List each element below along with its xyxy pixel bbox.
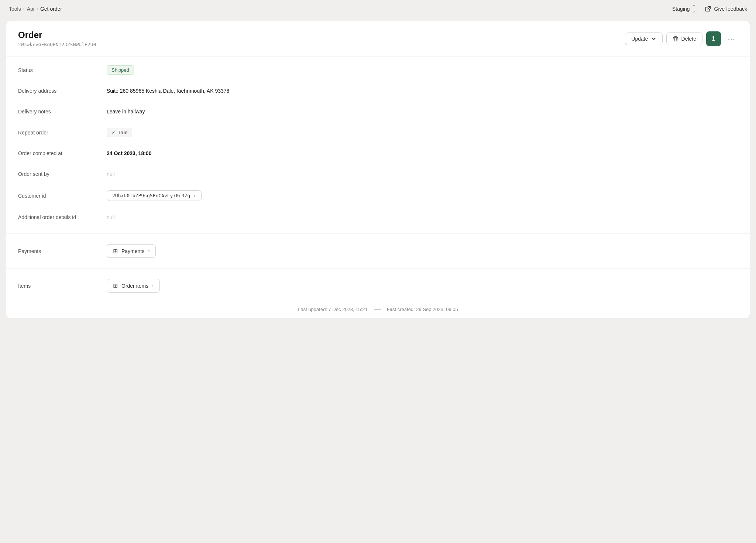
additional-order-details-row: Additional order details id null [6,207,750,228]
items-row: Items ⊞ Order items › [6,272,750,300]
customer-id-row: Customer id 2UhxU0mbZP9sg5PnCAvLy70r3Zg … [6,184,750,207]
delivery-address-label: Delivery address [18,88,107,94]
order-title-section: Order 2W3wkcvGFKoQPN123ZkNWUlE2U0 [18,30,96,47]
divider-1 [6,233,750,234]
additional-order-details-label: Additional order details id [18,214,107,220]
customer-id-value: 2UhxU0mbZP9sg5PnCAvLy70r3Zg › [107,190,738,201]
payments-link[interactable]: ⊞ Payments › [107,244,156,258]
order-sent-by-row: Order sent by null [6,164,750,184]
last-updated: Last updated: 7 Dec 2023, 15:21 [298,307,368,312]
customer-id-text: 2UhxU0mbZP9sg5PnCAvLy70r3Zg [112,193,190,198]
payments-link-label: Payments [121,248,144,254]
payments-label: Payments [18,248,107,254]
delivery-address-row: Delivery address Suite 260 85965 Keshia … [6,81,750,101]
chevron-right-items-icon: › [152,283,154,288]
order-actions: Update Delete 1 ⋯ [625,31,738,46]
topbar-right: Staging ⌃⌄ Give feedback [672,4,747,14]
repeat-order-label: Repeat order [18,130,107,136]
true-badge: ✓ True [107,128,132,137]
breadcrumb-get-order: Get order [40,6,62,12]
table-icon-items: ⊞ [113,282,118,289]
arrow-right-icon: ⟶ [374,306,381,312]
delivery-notes-row: Delivery notes Leave in hallway [6,101,750,122]
order-items-link-label: Order items [121,283,148,289]
status-label: Status [18,67,107,73]
chevron-up-down-icon: ⌃⌄ [692,4,695,14]
items-link-wrapper: ⊞ Order items › [107,279,738,293]
order-items-link[interactable]: ⊞ Order items › [107,279,160,293]
check-icon: ✓ [111,130,116,135]
delivery-address-value: Suite 260 85965 Keshia Dale, Kiehnmouth,… [107,88,738,94]
main-card: Order 2W3wkcvGFKoQPN123ZkNWUlE2U0 Update… [6,21,750,318]
status-value: Shipped [107,65,738,75]
status-row: Status Shipped [6,59,750,81]
order-completed-label: Order completed at [18,150,107,156]
card-footer: Last updated: 7 Dec 2023, 15:21 ⟶ First … [6,300,750,318]
table-icon-payments: ⊞ [113,247,118,255]
topbar-divider [700,4,700,13]
delete-button[interactable]: Delete [666,33,702,45]
breadcrumb: Tools › Api › Get order [9,6,62,12]
payments-link-wrapper: ⊞ Payments › [107,244,738,258]
chevron-right-icon: › [193,193,196,198]
fields-section: Status Shipped Delivery address Suite 26… [6,57,750,230]
repeat-order-row: Repeat order ✓ True [6,122,750,143]
chevron-right-payments-icon: › [148,249,150,254]
breadcrumb-tools[interactable]: Tools [9,6,21,12]
repeat-order-value: ✓ True [107,128,738,137]
order-completed-value: 24 Oct 2023, 18:00 [107,150,738,156]
order-title: Order [18,30,96,40]
breadcrumb-sep-1: › [23,6,25,11]
items-label: Items [18,283,107,289]
status-badge: Shipped [107,65,134,75]
staging-label: Staging [672,6,690,12]
delivery-notes-label: Delivery notes [18,109,107,115]
breadcrumb-api[interactable]: Api [27,6,34,12]
order-sent-by-value: null [107,171,738,177]
more-options-button[interactable]: ⋯ [725,32,738,45]
delivery-notes-value: Leave in hallway [107,109,738,115]
true-label: True [118,130,127,135]
first-created: First created: 29 Sep 2023, 09:05 [387,307,458,312]
feedback-label: Give feedback [714,6,748,12]
update-label: Update [631,36,648,42]
order-sent-by-label: Order sent by [18,171,107,177]
topbar: Tools › Api › Get order Staging ⌃⌄ Give … [0,0,756,18]
number-button[interactable]: 1 [706,31,721,46]
staging-button[interactable]: Staging ⌃⌄ [672,4,695,14]
trash-icon [673,36,678,42]
breadcrumb-sep-2: › [37,6,38,11]
customer-id-label: Customer id [18,193,107,199]
order-id: 2W3wkcvGFKoQPN123ZkNWUlE2U0 [18,42,96,47]
external-link-icon [705,6,711,12]
additional-order-details-value: null [107,214,738,220]
chevron-down-icon [651,36,656,41]
customer-id-link[interactable]: 2UhxU0mbZP9sg5PnCAvLy70r3Zg › [107,190,202,201]
payments-row: Payments ⊞ Payments › [6,237,750,265]
ellipsis-icon: ⋯ [728,34,735,43]
order-completed-row: Order completed at 24 Oct 2023, 18:00 [6,143,750,164]
feedback-button[interactable]: Give feedback [705,6,748,12]
update-button[interactable]: Update [625,33,662,45]
divider-2 [6,268,750,269]
delete-label: Delete [681,36,696,42]
order-header: Order 2W3wkcvGFKoQPN123ZkNWUlE2U0 Update… [6,21,750,57]
